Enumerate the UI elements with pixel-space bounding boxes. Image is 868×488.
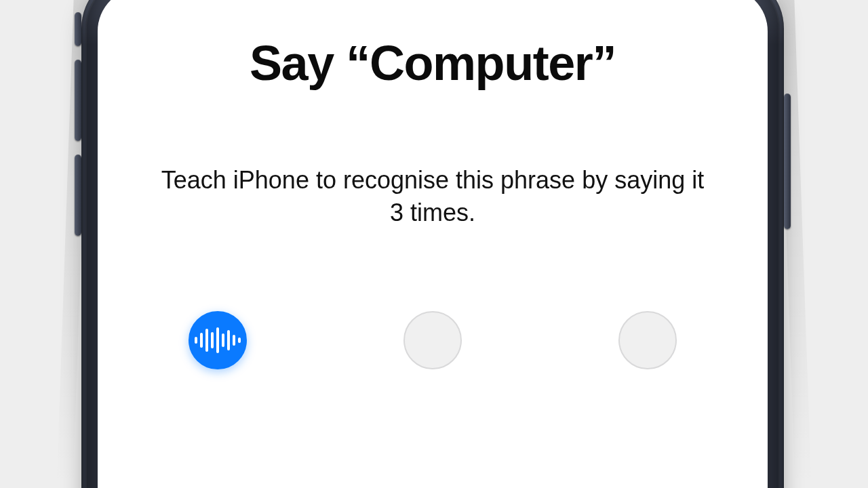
training-step-3 bbox=[618, 311, 677, 369]
training-step-1[interactable] bbox=[189, 311, 247, 369]
volume-up-button bbox=[75, 60, 81, 141]
device-screen: Say “Computer” Teach iPhone to recognise… bbox=[98, 0, 768, 488]
mute-switch bbox=[75, 12, 81, 46]
volume-down-button bbox=[75, 155, 81, 236]
iphone-device-frame: Say “Computer” Teach iPhone to recognise… bbox=[81, 0, 784, 488]
training-step-2 bbox=[403, 311, 462, 369]
page-title: Say “Computer” bbox=[138, 38, 727, 89]
training-progress-dots bbox=[189, 311, 677, 369]
voice-training-panel: Say “Computer” Teach iPhone to recognise… bbox=[98, 38, 768, 369]
side-power-button bbox=[784, 94, 791, 229]
waveform-icon bbox=[195, 327, 241, 354]
instruction-text: Teach iPhone to recognise this phrase by… bbox=[155, 164, 711, 230]
